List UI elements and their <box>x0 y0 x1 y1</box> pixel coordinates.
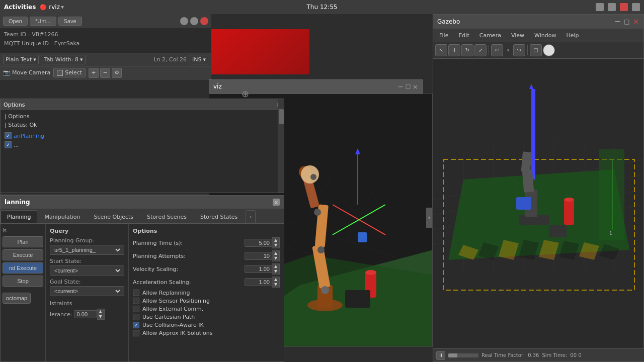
gazebo-menu-edit[interactable]: Edit <box>454 31 473 40</box>
plan-execute-button[interactable]: nd Execute <box>3 262 43 274</box>
gazebo-maximize[interactable]: □ <box>624 18 629 25</box>
gz-sphere-tool[interactable] <box>543 44 555 56</box>
allow-replanning-checkbox[interactable] <box>133 290 139 296</box>
viz-maximize[interactable]: □ <box>406 83 411 90</box>
ins-label: INS <box>192 56 201 63</box>
cb-checked-2[interactable]: ✓ <box>5 141 12 148</box>
viz-collapse-right[interactable]: › <box>426 208 432 228</box>
untitled-button[interactable]: *Unt... <box>30 17 56 26</box>
activities-label[interactable]: Activities <box>4 4 36 11</box>
tolerance-down[interactable]: ▼ <box>97 314 104 319</box>
use-cartesian-checkbox[interactable] <box>133 314 139 320</box>
sim-time-label: Sim Time: <box>542 352 567 358</box>
velocity-up[interactable]: ▲ <box>272 264 279 269</box>
planning-group-select-wrapper[interactable]: ur5_1_planning_ <box>50 245 124 255</box>
planning-time-up[interactable]: ▲ <box>272 238 279 243</box>
minimize-button[interactable] <box>180 17 188 25</box>
octomap-button[interactable]: octomap <box>3 293 31 304</box>
plain-text-dropdown[interactable]: ▾ <box>33 56 36 63</box>
tab-scene-objects[interactable]: Scene Objects <box>87 210 140 223</box>
viz-title: viz <box>213 83 222 90</box>
plain-text-selector[interactable]: Plain Text ▾ <box>3 55 39 64</box>
select-button[interactable]: Select <box>53 68 86 77</box>
gz-redo-tool[interactable]: ↪ <box>513 44 525 56</box>
planning-group-select[interactable]: ur5_1_planning_ <box>52 246 122 253</box>
motion-panel-close[interactable]: × <box>273 199 280 206</box>
planning-time-input[interactable] <box>245 239 272 247</box>
gz-translate-tool[interactable]: ✛ <box>448 44 460 56</box>
start-state-select-wrapper[interactable]: <current> <box>50 265 124 276</box>
gazebo-title: Gazebo <box>437 18 460 25</box>
tab-more-button[interactable]: › <box>246 210 256 223</box>
open-button[interactable]: Open <box>3 17 28 26</box>
tab-manipulation[interactable]: Manipulation <box>38 210 87 223</box>
plan-button[interactable]: Plan <box>3 236 43 247</box>
allow-external-checkbox[interactable] <box>133 306 139 312</box>
velocity-scaling-input[interactable] <box>245 265 272 273</box>
constraints-area: lstraints lerance: ▲ ▼ <box>50 300 124 320</box>
allow-approx-checkbox[interactable] <box>133 330 139 336</box>
tolerance-input[interactable] <box>74 310 97 318</box>
gz-select-tool[interactable]: ↖ <box>435 44 447 56</box>
gz-box-tool[interactable]: □ <box>530 44 542 56</box>
network-icon <box>596 3 604 11</box>
accel-down[interactable]: ▼ <box>272 282 279 287</box>
gazebo-menu-file[interactable]: File <box>435 31 452 40</box>
maximize-button[interactable] <box>190 17 198 25</box>
scroll-thumb <box>279 109 284 124</box>
gazebo-menu-window[interactable]: Window <box>530 31 560 40</box>
gazebo-menu-view[interactable]: View <box>507 31 528 40</box>
app-name-label[interactable]: rviz <box>49 4 60 11</box>
goal-state-select[interactable]: <current> <box>52 288 122 295</box>
planning-attempts-up[interactable]: ▲ <box>272 251 279 256</box>
options-checkbox-area: ✓ anPlanning ✓ ... <box>5 132 280 148</box>
gz-rotate-tool[interactable]: ↻ <box>461 44 473 56</box>
option-link-2: ... <box>14 142 19 148</box>
planning-attempts-input[interactable] <box>245 252 272 260</box>
allow-sensor-checkbox[interactable] <box>133 298 139 304</box>
close-button[interactable] <box>200 17 208 25</box>
planning-attempts-down[interactable]: ▼ <box>272 256 279 261</box>
save-button[interactable]: Save <box>58 17 82 26</box>
tab-stored-scenes[interactable]: Stored Scenes <box>140 210 193 223</box>
tab-stored-states[interactable]: Stored States <box>194 210 244 223</box>
ins-dropdown[interactable]: ▾ <box>203 56 206 63</box>
tool-option-button[interactable]: ⚙ <box>112 68 122 78</box>
gz-scale-tool[interactable]: ⤢ <box>474 44 487 56</box>
start-state-select[interactable]: <current> <box>52 267 122 274</box>
allow-sensor-label: Allow Sensor Positioning <box>142 298 210 304</box>
accel-up[interactable]: ▲ <box>272 277 279 282</box>
gz-undo-tool[interactable]: ↩ <box>491 44 503 56</box>
gazebo-close[interactable]: × <box>633 18 639 26</box>
option-link[interactable]: anPlanning <box>14 133 44 139</box>
select-icon <box>57 70 63 76</box>
stop-button[interactable]: Stop <box>3 276 43 287</box>
app-dropdown[interactable]: ▾ <box>61 4 64 11</box>
ins-indicator: INS ▾ <box>190 55 208 64</box>
gazebo-menu-help[interactable]: Help <box>562 31 583 40</box>
cb-checked-1[interactable]: ✓ <box>5 132 12 139</box>
remove-tool-button[interactable]: − <box>100 68 110 78</box>
add-tool-button[interactable]: + <box>89 68 99 78</box>
use-collision-checkbox[interactable]: ✓ <box>133 322 139 328</box>
options-scrollbar[interactable] <box>278 99 284 193</box>
acceleration-scaling-row: Acceleration Scaling: ▲ ▼ <box>133 277 280 288</box>
planning-time-down[interactable]: ▼ <box>272 243 279 248</box>
allow-replanning-label: Allow Replanning <box>142 290 190 296</box>
velocity-down[interactable]: ▼ <box>272 269 279 274</box>
gz-undo-dropdown[interactable]: ▾ <box>504 46 512 54</box>
move-camera-button[interactable]: 📷 Move Camera <box>3 69 50 76</box>
execute-button[interactable]: Execute <box>3 249 43 260</box>
viz-close[interactable]: × <box>413 83 418 90</box>
pause-button[interactable]: ⏸ <box>436 351 445 360</box>
tab-planning[interactable]: Planning <box>1 210 37 223</box>
gazebo-menu-camera[interactable]: Camera <box>475 31 505 40</box>
tab-width-selector[interactable]: Tab Width: 8 ▾ <box>42 55 86 64</box>
gazebo-minimize[interactable]: − <box>614 18 621 26</box>
tab-width-dropdown[interactable]: ▾ <box>80 56 83 63</box>
tolerance-label: lerance: <box>50 311 72 318</box>
tolerance-up[interactable]: ▲ <box>97 309 104 314</box>
acceleration-scaling-input[interactable] <box>245 278 272 286</box>
viz-minimize[interactable]: − <box>398 83 404 90</box>
goal-state-select-wrapper[interactable]: <current> <box>50 286 124 296</box>
